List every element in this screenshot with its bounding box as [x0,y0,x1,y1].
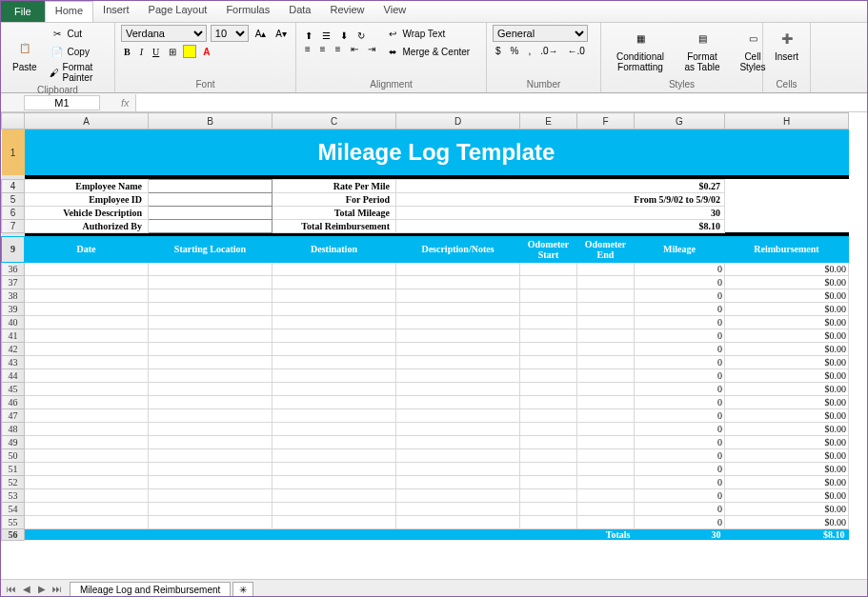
row-header-55[interactable]: 55 [2,515,25,528]
data-cell[interactable] [25,355,149,368]
data-cell[interactable] [577,289,635,302]
first-sheet-button[interactable]: ⏮ [5,584,18,594]
data-cell[interactable] [577,502,635,515]
data-cell[interactable] [396,315,520,328]
data-cell[interactable] [577,448,635,462]
data-cell[interactable] [520,355,577,368]
info-input[interactable] [149,179,273,192]
mileage-cell[interactable]: 0 [635,275,725,289]
data-cell[interactable] [149,435,273,448]
data-cell[interactable] [577,355,635,368]
data-cell[interactable] [149,488,273,502]
data-cell[interactable] [577,395,635,408]
column-header-date[interactable]: Date [25,236,149,262]
data-cell[interactable] [149,475,273,488]
align-left-button[interactable]: ≡ [302,43,313,55]
data-cell[interactable] [396,475,520,488]
currency-button[interactable]: $ [493,45,504,57]
tab-review[interactable]: Review [320,1,373,22]
align-top-button[interactable]: ⬆ [302,30,315,42]
row-header-44[interactable]: 44 [2,368,25,382]
column-header-desc[interactable]: Description/Notes [396,236,520,262]
data-cell[interactable] [396,435,520,448]
row-header-39[interactable]: 39 [2,302,25,315]
increase-font-button[interactable]: A▴ [252,28,270,40]
data-cell[interactable] [25,515,149,528]
data-cell[interactable] [396,262,520,275]
data-cell[interactable] [149,448,273,462]
row-header-47[interactable]: 47 [2,408,25,422]
reimb-cell[interactable]: $0.00 [725,435,849,448]
font-name-select[interactable]: Verdana [121,25,207,42]
mileage-cell[interactable]: 0 [635,422,725,435]
mileage-cell[interactable]: 0 [635,488,725,502]
data-cell[interactable] [577,382,635,395]
reimb-cell[interactable]: $0.00 [725,395,849,408]
data-cell[interactable] [149,262,273,275]
data-cell[interactable] [520,448,577,462]
col-header-C[interactable]: C [273,113,396,129]
data-cell[interactable] [273,435,396,448]
mileage-cell[interactable]: 0 [635,435,725,448]
reimb-cell[interactable]: $0.00 [725,382,849,395]
mileage-cell[interactable]: 0 [635,382,725,395]
row-header-4[interactable]: 4 [2,179,25,192]
column-header-mileage[interactable]: Mileage [635,236,725,262]
align-middle-button[interactable]: ☰ [319,30,333,42]
data-cell[interactable] [396,328,520,342]
data-cell[interactable] [25,488,149,502]
data-cell[interactable] [25,448,149,462]
data-cell[interactable] [273,515,396,528]
row-header-49[interactable]: 49 [2,435,25,448]
mileage-cell[interactable]: 0 [635,315,725,328]
data-cell[interactable] [396,395,520,408]
name-box[interactable] [24,95,100,110]
data-cell[interactable] [149,382,273,395]
mileage-cell[interactable]: 0 [635,262,725,275]
data-cell[interactable] [577,342,635,355]
mileage-cell[interactable]: 0 [635,289,725,302]
data-cell[interactable] [149,368,273,382]
formula-bar[interactable] [135,94,867,111]
data-cell[interactable] [577,408,635,422]
data-cell[interactable] [520,488,577,502]
info-input[interactable] [149,219,273,232]
data-cell[interactable] [273,275,396,289]
data-cell[interactable] [520,315,577,328]
data-cell[interactable] [520,515,577,528]
row-header-5[interactable]: 5 [2,192,25,206]
data-cell[interactable] [149,502,273,515]
data-cell[interactable] [25,462,149,475]
mileage-cell[interactable]: 0 [635,408,725,422]
data-cell[interactable] [396,302,520,315]
data-cell[interactable] [520,302,577,315]
row-header-38[interactable]: 38 [2,289,25,302]
data-cell[interactable] [396,355,520,368]
data-cell[interactable] [520,502,577,515]
mileage-cell[interactable]: 0 [635,328,725,342]
underline-button[interactable]: U [150,46,162,58]
data-cell[interactable] [396,382,520,395]
data-cell[interactable] [520,342,577,355]
data-cell[interactable] [577,275,635,289]
row-header-45[interactable]: 45 [2,382,25,395]
data-cell[interactable] [520,395,577,408]
tab-home[interactable]: Home [45,1,93,22]
row-header-53[interactable]: 53 [2,488,25,502]
data-cell[interactable] [520,462,577,475]
orientation-button[interactable]: ↻ [354,30,368,42]
data-cell[interactable] [273,488,396,502]
data-cell[interactable] [577,435,635,448]
row-header-6[interactable]: 6 [2,206,25,219]
data-cell[interactable] [25,368,149,382]
align-center-button[interactable]: ≡ [317,43,329,55]
row-header-54[interactable]: 54 [2,502,25,515]
mileage-cell[interactable]: 0 [635,475,725,488]
row-header-52[interactable]: 52 [2,475,25,488]
reimb-cell[interactable]: $0.00 [725,342,849,355]
data-cell[interactable] [520,422,577,435]
font-size-select[interactable]: 10 [211,25,249,42]
data-cell[interactable] [25,289,149,302]
mileage-cell[interactable]: 0 [635,395,725,408]
row-header-9[interactable]: 9 [2,236,25,262]
